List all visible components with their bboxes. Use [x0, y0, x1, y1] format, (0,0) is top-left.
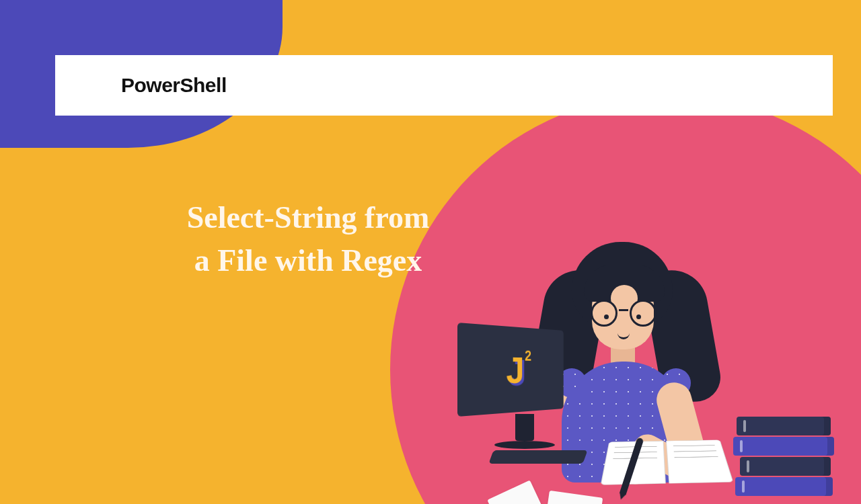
notebook [601, 440, 734, 485]
glasses-icon [591, 302, 657, 325]
title-line-1: Select-String from [120, 196, 496, 239]
eye-left [604, 314, 609, 319]
keyboard-icon [488, 450, 587, 464]
illustration: J J 2 [451, 215, 827, 504]
monitor-stand [515, 414, 534, 441]
book-2 [733, 437, 834, 456]
eye-right [636, 314, 641, 319]
book-3 [740, 457, 831, 476]
title-line-2: a File with Regex [120, 239, 496, 282]
category-label: PowerShell [121, 74, 227, 97]
monitor-base [494, 441, 555, 449]
logo-icon: J J 2 [507, 347, 525, 391]
hair-bangs [584, 265, 665, 302]
monitor-screen: J J 2 [457, 323, 564, 417]
book-4 [735, 477, 833, 496]
book-1 [737, 417, 831, 435]
book-stack [733, 417, 834, 497]
article-title: Select-String from a File with Regex [120, 196, 496, 283]
monitor: J J 2 [457, 323, 592, 437]
thumbnail-graphic: PowerShell Select-String from a File wit… [0, 0, 861, 504]
category-bar: PowerShell [55, 55, 833, 116]
